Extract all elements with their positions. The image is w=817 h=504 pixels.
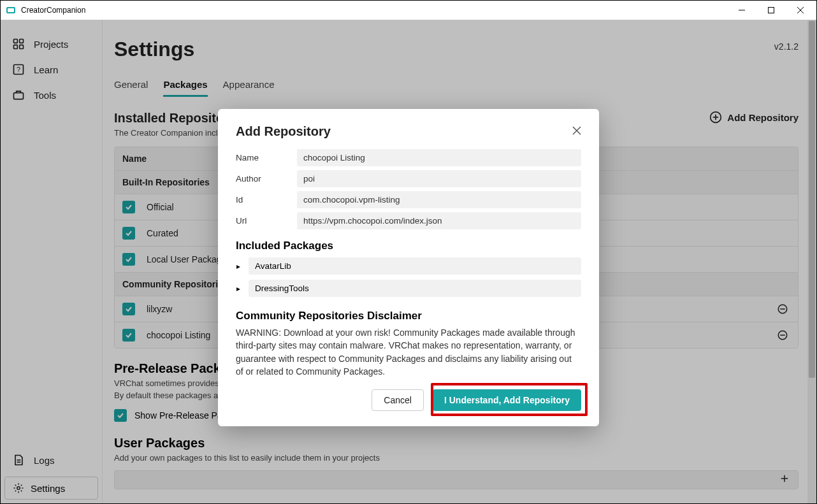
field-label-id: Id (236, 195, 297, 205)
included-packages-title: Included Packages (236, 240, 581, 252)
close-window-button[interactable] (786, 1, 815, 20)
app-icon (6, 5, 16, 15)
title-text: CreatorCompanion (21, 6, 85, 15)
included-package-name: AvatarLib (249, 257, 581, 275)
maximize-button[interactable] (756, 1, 786, 20)
field-label-name: Name (236, 153, 297, 162)
field-label-url: Url (236, 216, 297, 226)
minimize-button[interactable] (727, 1, 756, 20)
svg-rect-3 (769, 8, 774, 13)
modal-title: Add Repository (236, 124, 331, 139)
included-package-row: ▸ AvatarLib (236, 257, 581, 275)
cancel-button[interactable]: Cancel (372, 389, 424, 411)
field-value-id: com.chocopoi.vpm-listing (297, 191, 581, 208)
included-package-row: ▸ DressingTools (236, 280, 581, 297)
modal-close-button[interactable] (572, 126, 581, 138)
disclaimer-title: Community Repositories Disclaimer (236, 310, 581, 322)
field-value-url: https://vpm.chocopoi.com/index.json (297, 212, 581, 229)
field-label-author: Author (236, 174, 297, 184)
modal-overlay: Add Repository Name chocopoi Listing Aut… (1, 20, 816, 503)
svg-rect-1 (8, 8, 14, 12)
bullet-icon: ▸ (236, 262, 241, 271)
titlebar: CreatorCompanion (1, 1, 816, 20)
confirm-add-repository-button[interactable]: I Understand, Add Repository (433, 389, 581, 411)
add-repository-modal: Add Repository Name chocopoi Listing Aut… (218, 109, 599, 426)
included-package-name: DressingTools (249, 280, 581, 297)
field-value-author: poi (297, 170, 581, 187)
bullet-icon: ▸ (236, 284, 241, 293)
field-value-name: chocopoi Listing (297, 149, 581, 166)
disclaimer-text: WARNING: Download at your own risk! Comm… (236, 326, 581, 378)
